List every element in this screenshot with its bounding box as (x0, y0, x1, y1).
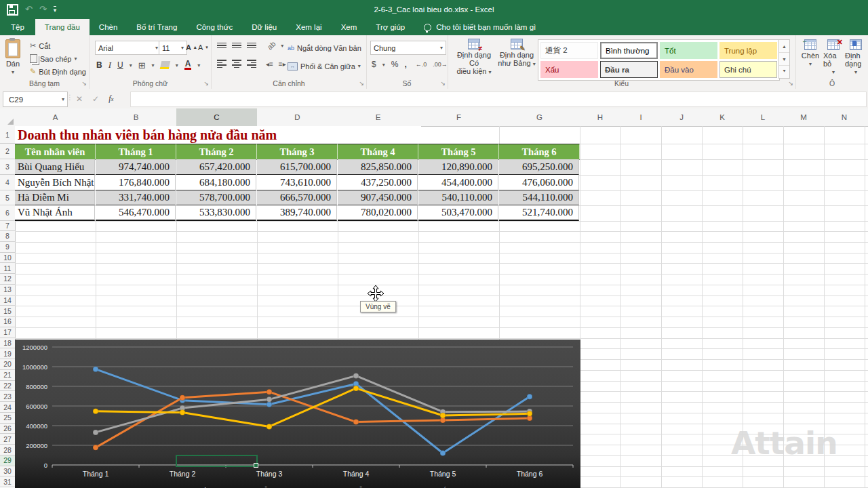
row-header-11[interactable]: 11 (0, 263, 16, 274)
data-point[interactable] (527, 411, 532, 416)
column-header-F[interactable]: F (418, 108, 500, 127)
cell-A4[interactable]: Nguyễn Bích Nhật (15, 175, 95, 190)
save-icon[interactable] (7, 4, 18, 16)
name-box[interactable]: C29▾ (3, 92, 68, 107)
tab-trợ-giúp[interactable]: Trợ giúp (366, 19, 414, 35)
row-header-9[interactable]: 9 (0, 242, 16, 253)
underline-button[interactable]: U (117, 60, 123, 70)
row-header-8[interactable]: 8 (0, 231, 16, 242)
cell-C3[interactable]: 657,420.000 (176, 159, 256, 175)
style-通貨-2[interactable]: 通貨 2 (540, 42, 598, 59)
row-header-20[interactable]: 20 (0, 359, 16, 370)
data-point[interactable] (267, 402, 272, 407)
align-right-icon[interactable] (247, 60, 256, 68)
cell-C5[interactable]: 578,700.000 (176, 190, 256, 205)
merge-center-button[interactable]: ↔ Phối & Căn giữa▾ (288, 60, 361, 72)
column-header-G[interactable]: G (499, 108, 580, 127)
gallery-scroll-down-icon[interactable]: ▼ (779, 53, 789, 66)
formula-input[interactable] (130, 92, 867, 107)
tab-chèn[interactable]: Chèn (90, 19, 127, 35)
align-top-icon[interactable] (217, 43, 226, 49)
cell-A5[interactable]: Hà Diễm Mi (15, 190, 95, 205)
increase-indent-icon[interactable]: ≡▸ (279, 60, 286, 68)
column-header-H[interactable]: H (580, 108, 621, 127)
tab-xem[interactable]: Xem (332, 19, 367, 35)
row-header-31[interactable]: 31 (0, 476, 16, 487)
column-header-K[interactable]: K (702, 108, 743, 127)
data-point[interactable] (267, 396, 272, 402)
comma-style-icon[interactable]: , (404, 60, 406, 69)
format-painter-button[interactable]: ✎Bút Định dạng (30, 66, 86, 77)
cell-G4[interactable]: 476,060.000 (499, 175, 579, 190)
style-xấu[interactable]: Xấu (540, 61, 598, 78)
style-trung-lập[interactable]: Trung lập (719, 42, 777, 59)
column-header-L[interactable]: L (743, 108, 784, 127)
data-point[interactable] (527, 394, 532, 399)
align-left-icon[interactable] (217, 60, 226, 68)
cell-D6[interactable]: 389,740.000 (257, 205, 337, 221)
table-header-month-2[interactable]: Tháng 2 (176, 144, 257, 160)
table-header-month-6[interactable]: Tháng 6 (499, 144, 580, 160)
column-header-J[interactable]: J (661, 108, 703, 127)
row-header-22[interactable]: 22 (0, 381, 16, 392)
cell-A6[interactable]: Vũ Nhật Ánh (15, 205, 95, 221)
tab-dữ-liệu[interactable]: Dữ liệu (242, 19, 286, 35)
paste-button[interactable]: Dán ▾ (5, 39, 20, 75)
row-header-30[interactable]: 30 (0, 466, 16, 477)
column-header-I[interactable]: I (620, 108, 662, 127)
style-bình-thường[interactable]: Bình thường (600, 42, 658, 59)
dialog-launcher-icon[interactable]: ↘ (788, 81, 793, 87)
tab-xem-lại[interactable]: Xem lại (286, 19, 331, 35)
gallery-scroll-up-icon[interactable]: ▲ (779, 40, 789, 53)
borders-icon[interactable]: ⊞ (138, 60, 146, 70)
cell-E4[interactable]: 437,250.000 (338, 175, 418, 190)
chart[interactable]: 020000040000060000080000010000001200000T… (15, 340, 580, 488)
percent-style-icon[interactable]: % (391, 60, 399, 69)
cell-G6[interactable]: 521,740.000 (499, 205, 579, 221)
cell-E6[interactable]: 780,020.000 (338, 205, 418, 221)
data-point[interactable] (93, 409, 98, 414)
italic-button[interactable]: I (108, 60, 111, 70)
data-point[interactable] (93, 367, 98, 372)
row-header-13[interactable]: 13 (0, 285, 16, 296)
conditional-formatting-button[interactable]: ≠ Định dạng Cóđiều kiện ▾ (453, 39, 495, 77)
decrease-decimal-icon[interactable]: .00→ (433, 61, 448, 68)
cell-D5[interactable]: 666,570.000 (257, 190, 337, 205)
customize-quick-access-icon[interactable]: ▾ (54, 6, 57, 13)
row-header-23[interactable]: 23 (0, 391, 16, 402)
column-header-C[interactable]: C (176, 108, 258, 127)
tab-bố-trí-trang[interactable]: Bố trí Trang (127, 19, 186, 35)
style-đầu-vào[interactable]: Đầu vào (660, 61, 717, 78)
row-header-7[interactable]: 7 (0, 221, 16, 231)
row-header-24[interactable]: 24 (0, 402, 16, 413)
column-header-A[interactable]: A (15, 108, 96, 127)
tell-me-box[interactable]: Cho tôi biết bạn muốn làm gì (424, 19, 536, 35)
enter-icon[interactable]: ✓ (92, 94, 99, 104)
column-header-D[interactable]: D (257, 108, 338, 127)
delete-cells-button[interactable]: ✕ Xóa bỏ ▾ (823, 39, 844, 75)
dialog-launcher-icon[interactable]: ↘ (81, 81, 87, 87)
data-point[interactable] (93, 445, 98, 450)
dialog-launcher-icon[interactable]: ↘ (359, 81, 364, 87)
cell-E5[interactable]: 907,450.000 (338, 190, 418, 205)
data-point[interactable] (353, 420, 359, 425)
cancel-icon[interactable]: ✕ (76, 94, 83, 104)
row-header-1[interactable]: 1 (0, 126, 16, 144)
data-point[interactable] (353, 373, 359, 378)
row-header-14[interactable]: 14 (0, 296, 16, 306)
column-header-E[interactable]: E (338, 108, 419, 127)
bold-button[interactable]: B (96, 60, 102, 70)
wrap-text-button[interactable]: abNgắt dòng Văn bản (288, 42, 361, 54)
table-header-month-5[interactable]: Tháng 5 (418, 144, 499, 160)
style-ghi-chú[interactable]: Ghi chú (719, 61, 777, 78)
cell-D3[interactable]: 615,700.000 (257, 159, 337, 175)
cell-F3[interactable]: 120,890.000 (418, 159, 498, 175)
row-header-25[interactable]: 25 (0, 413, 16, 424)
cell-F6[interactable]: 503,470.000 (418, 205, 498, 221)
column-header-N[interactable]: N (824, 108, 865, 127)
table-header-month-1[interactable]: Tháng 1 (96, 144, 176, 160)
row-header-2[interactable]: 2 (0, 144, 16, 159)
row-header-19[interactable]: 19 (0, 348, 16, 359)
format-cells-button[interactable]: Định dạng ▾ (845, 39, 867, 75)
row-header-12[interactable]: 12 (0, 274, 16, 285)
